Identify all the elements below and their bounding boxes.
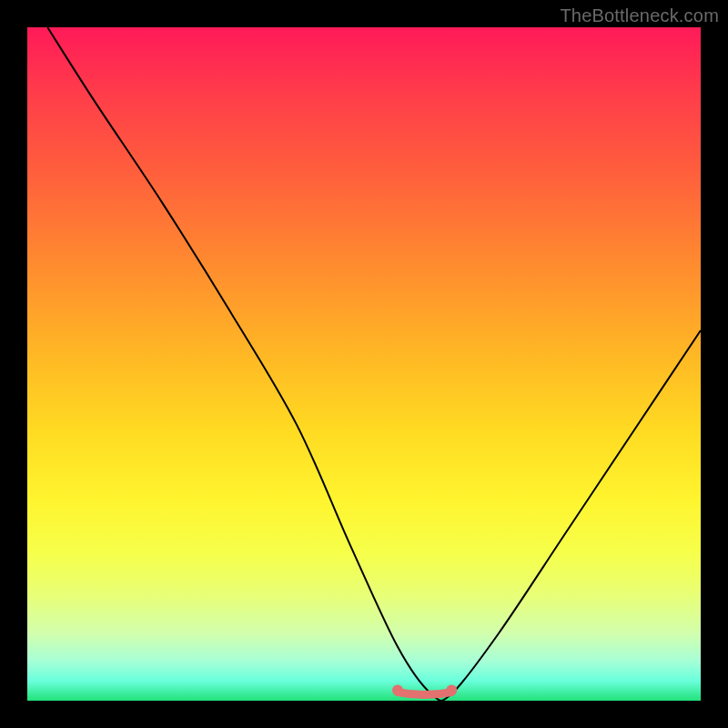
bottleneck-curve	[47, 27, 701, 701]
curve-group	[47, 27, 701, 701]
watermark-text: TheBottleneck.com	[560, 5, 719, 26]
plot-area	[27, 27, 701, 701]
marker-flat-segment	[398, 693, 451, 695]
chart-frame: TheBottleneck.com	[0, 0, 728, 728]
chart-svg	[27, 27, 701, 701]
